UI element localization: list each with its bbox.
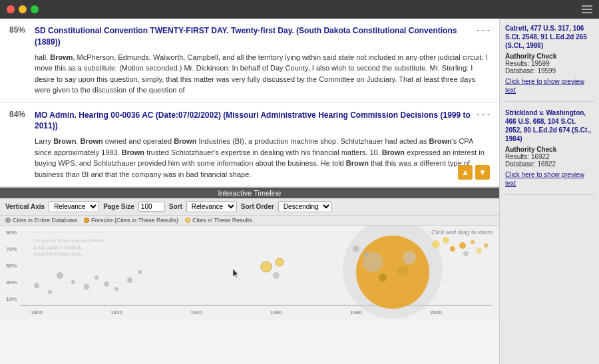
svg-text:1980: 1980 bbox=[350, 309, 362, 315]
timeline-controls: Vertical Axis Relevance Page Size Sort R… bbox=[0, 198, 499, 216]
minimize-button[interactable] bbox=[19, 5, 27, 13]
svg-point-43 bbox=[450, 246, 455, 252]
sidebar-case1-authority-label: Authority Check bbox=[505, 53, 556, 60]
results-panel: 85% SD Constitutional Convention TWENTY-… bbox=[0, 19, 499, 364]
nav-buttons: ▲ ▼ bbox=[458, 165, 490, 180]
svg-point-41 bbox=[432, 240, 440, 248]
scroll-down-button[interactable]: ▼ bbox=[475, 165, 490, 180]
svg-text:Capitol Reinstatements: Capitol Reinstatements bbox=[33, 252, 82, 257]
sidebar-case2-preview-link[interactable]: Click here to show preview text bbox=[505, 170, 594, 188]
vertical-axis-select[interactable]: Relevance bbox=[49, 201, 99, 212]
result-score-1: 85% bbox=[9, 25, 29, 35]
svg-point-22 bbox=[95, 275, 99, 279]
svg-point-31 bbox=[276, 258, 284, 266]
close-button[interactable] bbox=[7, 5, 15, 13]
chart-area[interactable]: Click and drag to zoom 90% 70% 50% 30% 1… bbox=[0, 226, 499, 324]
menu-bar-3 bbox=[582, 12, 592, 13]
menu-icon[interactable] bbox=[582, 5, 592, 13]
svg-point-25 bbox=[127, 277, 132, 283]
svg-point-24 bbox=[114, 287, 118, 291]
maximize-button[interactable] bbox=[31, 5, 39, 13]
svg-point-32 bbox=[273, 272, 280, 279]
result-item-1: 85% SD Constitutional Convention TWENTY-… bbox=[0, 19, 499, 103]
svg-text:& Alia Labor v. Brady &: & Alia Labor v. Brady & bbox=[33, 245, 81, 250]
svg-text:1940: 1940 bbox=[190, 309, 202, 315]
sidebar-case2-database-label: Database: bbox=[505, 160, 536, 168]
svg-point-20 bbox=[71, 280, 75, 284]
page-size-input[interactable] bbox=[138, 202, 165, 212]
svg-point-21 bbox=[84, 284, 89, 289]
sort-order-select[interactable]: Descending bbox=[278, 201, 332, 212]
svg-point-39 bbox=[353, 246, 359, 252]
svg-point-44 bbox=[459, 242, 466, 249]
timeline-chart[interactable]: 90% 70% 50% 30% 10% 1900 1920 1940 1960 … bbox=[0, 226, 499, 324]
sidebar-case2-authority-label: Authority Check bbox=[505, 146, 556, 153]
action-dash-1c[interactable]: - bbox=[487, 25, 490, 35]
sidebar-case2: Strickland v. Washington, 466 U.S. 668, … bbox=[505, 108, 594, 195]
svg-point-17 bbox=[34, 283, 39, 288]
action-dash-2c[interactable]: - bbox=[487, 110, 490, 119]
main-area: 85% SD Constitutional Convention TWENTY-… bbox=[0, 19, 599, 364]
result-item-2: 84% MO Admin. Hearing 00-0036 AC (Date:0… bbox=[0, 103, 499, 188]
result-score-2: 84% bbox=[9, 110, 29, 119]
sidebar-case1-title[interactable]: Catrett, 477 U.S. 317, 106 S.Ct. 2548, 9… bbox=[505, 24, 594, 50]
timeline-header: Interactive Timeline bbox=[0, 188, 499, 198]
zoom-hint: Click and drag to zoom bbox=[431, 229, 493, 236]
result-actions-1: - - - bbox=[477, 25, 490, 35]
svg-point-23 bbox=[104, 281, 109, 287]
sidebar-case2-title[interactable]: Strickland v. Washington, 466 U.S. 668, … bbox=[505, 108, 594, 143]
legend-label-orange: Forecite (Cites in These Results) bbox=[91, 217, 178, 224]
action-dash-2b[interactable]: - bbox=[482, 110, 485, 119]
result-title-2[interactable]: MO Admin. Hearing 00-0036 AC (Date:07/02… bbox=[35, 110, 471, 132]
page-size-label: Page Size bbox=[103, 203, 134, 210]
svg-point-36 bbox=[403, 251, 416, 264]
legend-dot-orange bbox=[84, 218, 89, 223]
timeline-header-label: Interactive Timeline bbox=[218, 189, 282, 197]
menu-bar-1 bbox=[582, 5, 592, 7]
sidebar-case1-results-value: 19599 bbox=[531, 60, 550, 67]
sidebar-case1-results-label: Results: bbox=[505, 60, 529, 67]
vertical-axis-label: Vertical Axis bbox=[5, 203, 45, 210]
svg-point-38 bbox=[379, 273, 387, 281]
traffic-lights bbox=[7, 5, 39, 13]
sort-select[interactable]: Relevance bbox=[186, 201, 237, 212]
legend-item-orange: Forecite (Cites in These Results) bbox=[84, 217, 178, 224]
sidebar: Catrett, 477 U.S. 317, 106 S.Ct. 2548, 9… bbox=[499, 19, 599, 364]
sort-label: Sort bbox=[169, 203, 182, 210]
svg-point-26 bbox=[138, 270, 142, 274]
sidebar-case1-preview-link[interactable]: Click here to show preview text bbox=[505, 77, 594, 94]
svg-point-30 bbox=[261, 262, 272, 272]
svg-text:90%: 90% bbox=[6, 230, 17, 236]
action-dash-1a[interactable]: - bbox=[477, 25, 479, 35]
legend-item-gray: Cites in Entire Database bbox=[5, 217, 77, 224]
svg-text:10%: 10% bbox=[6, 296, 17, 302]
svg-text:1900: 1900 bbox=[31, 309, 43, 315]
action-dash-1b[interactable]: - bbox=[482, 25, 485, 35]
sidebar-case2-results-value: 16922 bbox=[531, 153, 550, 160]
svg-text:2000: 2000 bbox=[430, 309, 442, 315]
svg-text:50%: 50% bbox=[6, 263, 17, 269]
svg-point-37 bbox=[397, 266, 408, 276]
action-dash-2a[interactable]: - bbox=[477, 110, 479, 119]
scroll-up-button[interactable]: ▲ bbox=[458, 165, 473, 180]
result-title-1[interactable]: SD Constitutional Convention TWENTY-FIRS… bbox=[35, 25, 471, 48]
titlebar bbox=[0, 0, 599, 19]
legend-item-yellow: Cites in These Results bbox=[185, 217, 252, 224]
legend-dot-gray bbox=[5, 218, 11, 223]
svg-text:Compound Brown species Aliment: Compound Brown species Aliment... bbox=[33, 238, 108, 244]
svg-point-34 bbox=[356, 236, 429, 309]
svg-text:30%: 30% bbox=[6, 279, 17, 285]
svg-point-45 bbox=[463, 251, 469, 256]
svg-point-19 bbox=[57, 272, 63, 279]
svg-text:1960: 1960 bbox=[270, 309, 282, 315]
menu-bar-2 bbox=[582, 9, 592, 10]
sidebar-case1: Catrett, 477 U.S. 317, 106 S.Ct. 2548, 9… bbox=[505, 24, 594, 102]
svg-text:70%: 70% bbox=[6, 246, 17, 252]
sidebar-case1-database-value: 19599 bbox=[537, 67, 556, 75]
result-body-1: hall, Brown, McPherson, Edmunds, Walwort… bbox=[35, 52, 490, 96]
legend: Cites in Entire Database Forecite (Cites… bbox=[0, 216, 499, 226]
timeline-section: Interactive Timeline Vertical Axis Relev… bbox=[0, 187, 499, 320]
svg-point-47 bbox=[477, 248, 482, 254]
svg-text:1920: 1920 bbox=[110, 309, 122, 315]
sidebar-case1-database-label: Database: bbox=[505, 67, 536, 75]
